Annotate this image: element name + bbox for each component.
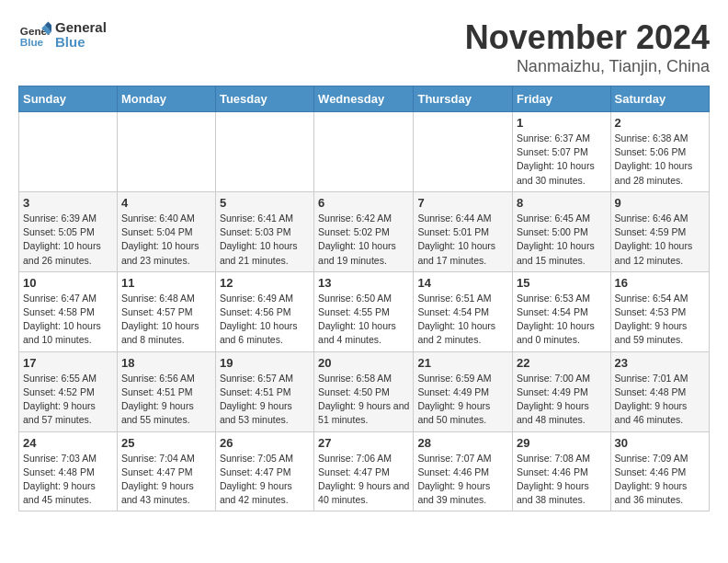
day-info: Sunrise: 6:41 AM Sunset: 5:03 PM Dayligh… xyxy=(220,212,310,268)
day-number: 19 xyxy=(220,356,310,370)
calendar-cell: 29Sunrise: 7:08 AM Sunset: 4:46 PM Dayli… xyxy=(513,431,611,511)
day-info: Sunrise: 7:07 AM Sunset: 4:46 PM Dayligh… xyxy=(417,452,508,508)
day-number: 17 xyxy=(23,356,113,370)
calendar-cell: 14Sunrise: 6:51 AM Sunset: 4:54 PM Dayli… xyxy=(414,271,513,351)
day-info: Sunrise: 6:37 AM Sunset: 5:07 PM Dayligh… xyxy=(517,132,607,188)
weekday-header-friday: Friday xyxy=(513,86,611,112)
calendar-cell: 3Sunrise: 6:39 AM Sunset: 5:05 PM Daylig… xyxy=(19,191,118,271)
calendar-cell: 6Sunrise: 6:42 AM Sunset: 5:02 PM Daylig… xyxy=(314,191,414,271)
day-info: Sunrise: 7:05 AM Sunset: 4:47 PM Dayligh… xyxy=(220,452,310,508)
day-info: Sunrise: 7:01 AM Sunset: 4:48 PM Dayligh… xyxy=(615,372,705,428)
day-info: Sunrise: 6:53 AM Sunset: 4:54 PM Dayligh… xyxy=(517,292,607,348)
day-number: 12 xyxy=(220,276,310,290)
calendar-cell: 28Sunrise: 7:07 AM Sunset: 4:46 PM Dayli… xyxy=(414,431,513,511)
day-number: 25 xyxy=(121,436,211,450)
day-info: Sunrise: 6:51 AM Sunset: 4:54 PM Dayligh… xyxy=(417,292,508,348)
day-info: Sunrise: 7:06 AM Sunset: 4:47 PM Dayligh… xyxy=(318,452,409,508)
week-row-5: 24Sunrise: 7:03 AM Sunset: 4:48 PM Dayli… xyxy=(19,431,710,511)
day-number: 5 xyxy=(220,196,310,210)
weekday-header-tuesday: Tuesday xyxy=(215,86,313,112)
calendar-cell: 24Sunrise: 7:03 AM Sunset: 4:48 PM Dayli… xyxy=(19,431,118,511)
calendar-cell: 30Sunrise: 7:09 AM Sunset: 4:46 PM Dayli… xyxy=(610,431,709,511)
day-number: 24 xyxy=(23,436,113,450)
calendar-cell: 9Sunrise: 6:46 AM Sunset: 4:59 PM Daylig… xyxy=(610,191,709,271)
day-number: 27 xyxy=(318,436,409,450)
weekday-header-thursday: Thursday xyxy=(414,86,513,112)
header: General Blue General Blue November 2024 … xyxy=(18,18,710,76)
calendar-cell xyxy=(19,112,118,192)
calendar-cell: 26Sunrise: 7:05 AM Sunset: 4:47 PM Dayli… xyxy=(215,431,313,511)
day-number: 30 xyxy=(615,436,705,450)
day-number: 29 xyxy=(517,436,607,450)
day-number: 16 xyxy=(615,276,705,290)
calendar-cell: 20Sunrise: 6:58 AM Sunset: 4:50 PM Dayli… xyxy=(314,351,414,431)
day-number: 1 xyxy=(517,116,607,130)
day-number: 10 xyxy=(23,276,113,290)
day-number: 22 xyxy=(517,356,607,370)
day-number: 4 xyxy=(121,196,211,210)
day-info: Sunrise: 6:50 AM Sunset: 4:55 PM Dayligh… xyxy=(318,292,409,348)
day-info: Sunrise: 7:00 AM Sunset: 4:49 PM Dayligh… xyxy=(517,372,607,428)
svg-text:Blue: Blue xyxy=(20,36,44,48)
calendar-cell: 16Sunrise: 6:54 AM Sunset: 4:53 PM Dayli… xyxy=(610,271,709,351)
title-block: November 2024 Nanmaizhu, Tianjin, China xyxy=(465,18,710,76)
day-number: 11 xyxy=(121,276,211,290)
day-number: 20 xyxy=(318,356,409,370)
logo-blue: Blue xyxy=(55,35,107,51)
day-info: Sunrise: 7:04 AM Sunset: 4:47 PM Dayligh… xyxy=(121,452,211,508)
day-number: 13 xyxy=(318,276,409,290)
weekday-header-monday: Monday xyxy=(117,86,215,112)
day-number: 7 xyxy=(417,196,508,210)
day-info: Sunrise: 6:49 AM Sunset: 4:56 PM Dayligh… xyxy=(220,292,310,348)
month-title: November 2024 xyxy=(465,18,710,57)
day-info: Sunrise: 6:45 AM Sunset: 5:00 PM Dayligh… xyxy=(517,212,607,268)
calendar-cell: 17Sunrise: 6:55 AM Sunset: 4:52 PM Dayli… xyxy=(19,351,118,431)
calendar-cell: 1Sunrise: 6:37 AM Sunset: 5:07 PM Daylig… xyxy=(513,112,611,192)
day-number: 2 xyxy=(615,116,705,130)
calendar-cell: 25Sunrise: 7:04 AM Sunset: 4:47 PM Dayli… xyxy=(117,431,215,511)
day-info: Sunrise: 6:59 AM Sunset: 4:49 PM Dayligh… xyxy=(417,372,508,428)
week-row-1: 1Sunrise: 6:37 AM Sunset: 5:07 PM Daylig… xyxy=(19,112,710,192)
week-row-3: 10Sunrise: 6:47 AM Sunset: 4:58 PM Dayli… xyxy=(19,271,710,351)
calendar-cell: 23Sunrise: 7:01 AM Sunset: 4:48 PM Dayli… xyxy=(610,351,709,431)
calendar-cell: 19Sunrise: 6:57 AM Sunset: 4:51 PM Dayli… xyxy=(215,351,313,431)
calendar-cell: 8Sunrise: 6:45 AM Sunset: 5:00 PM Daylig… xyxy=(513,191,611,271)
day-number: 14 xyxy=(417,276,508,290)
weekday-header-row: SundayMondayTuesdayWednesdayThursdayFrid… xyxy=(19,86,710,112)
day-info: Sunrise: 7:08 AM Sunset: 4:46 PM Dayligh… xyxy=(517,452,607,508)
day-number: 21 xyxy=(417,356,508,370)
day-info: Sunrise: 6:56 AM Sunset: 4:51 PM Dayligh… xyxy=(121,372,211,428)
week-row-4: 17Sunrise: 6:55 AM Sunset: 4:52 PM Dayli… xyxy=(19,351,710,431)
calendar-cell: 18Sunrise: 6:56 AM Sunset: 4:51 PM Dayli… xyxy=(117,351,215,431)
calendar-cell: 21Sunrise: 6:59 AM Sunset: 4:49 PM Dayli… xyxy=(414,351,513,431)
calendar-cell xyxy=(215,112,313,192)
day-info: Sunrise: 6:40 AM Sunset: 5:04 PM Dayligh… xyxy=(121,212,211,268)
day-info: Sunrise: 7:09 AM Sunset: 4:46 PM Dayligh… xyxy=(615,452,705,508)
calendar-cell: 27Sunrise: 7:06 AM Sunset: 4:47 PM Dayli… xyxy=(314,431,414,511)
calendar-cell xyxy=(117,112,215,192)
weekday-header-sunday: Sunday xyxy=(19,86,118,112)
weekday-header-saturday: Saturday xyxy=(610,86,709,112)
location-title: Nanmaizhu, Tianjin, China xyxy=(465,57,710,76)
day-number: 9 xyxy=(615,196,705,210)
day-number: 23 xyxy=(615,356,705,370)
day-info: Sunrise: 6:57 AM Sunset: 4:51 PM Dayligh… xyxy=(220,372,310,428)
day-info: Sunrise: 6:46 AM Sunset: 4:59 PM Dayligh… xyxy=(615,212,705,268)
day-info: Sunrise: 6:44 AM Sunset: 5:01 PM Dayligh… xyxy=(417,212,508,268)
day-info: Sunrise: 6:39 AM Sunset: 5:05 PM Dayligh… xyxy=(23,212,113,268)
day-number: 8 xyxy=(517,196,607,210)
calendar-cell: 13Sunrise: 6:50 AM Sunset: 4:55 PM Dayli… xyxy=(314,271,414,351)
day-info: Sunrise: 6:38 AM Sunset: 5:06 PM Dayligh… xyxy=(615,132,705,188)
logo-general: General xyxy=(55,20,107,36)
calendar-cell: 7Sunrise: 6:44 AM Sunset: 5:01 PM Daylig… xyxy=(414,191,513,271)
logo-icon: General Blue xyxy=(18,18,51,52)
day-number: 6 xyxy=(318,196,409,210)
calendar-cell: 5Sunrise: 6:41 AM Sunset: 5:03 PM Daylig… xyxy=(215,191,313,271)
day-info: Sunrise: 6:58 AM Sunset: 4:50 PM Dayligh… xyxy=(318,372,409,428)
weekday-header-wednesday: Wednesday xyxy=(314,86,414,112)
day-info: Sunrise: 6:48 AM Sunset: 4:57 PM Dayligh… xyxy=(121,292,211,348)
day-info: Sunrise: 6:54 AM Sunset: 4:53 PM Dayligh… xyxy=(615,292,705,348)
calendar-cell: 12Sunrise: 6:49 AM Sunset: 4:56 PM Dayli… xyxy=(215,271,313,351)
calendar-cell xyxy=(414,112,513,192)
day-number: 3 xyxy=(23,196,113,210)
